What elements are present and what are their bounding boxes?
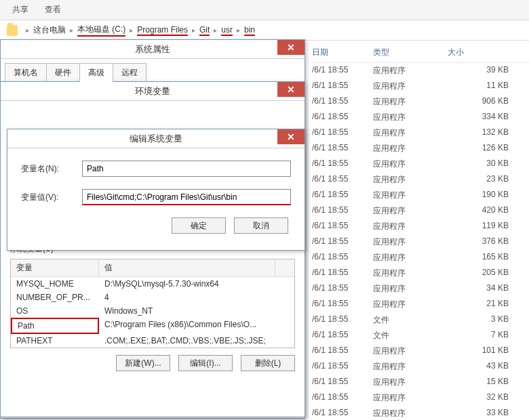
cancel-button[interactable]: 取消 bbox=[234, 217, 288, 234]
crumb-disk[interactable]: 本地磁盘 (C:) bbox=[77, 24, 125, 37]
chevron-right-icon: ▸ bbox=[67, 26, 76, 34]
file-row[interactable]: /6/1 18:55应用程序132 KB bbox=[312, 125, 529, 141]
var-name-label: 变量名(N): bbox=[21, 163, 82, 175]
var-value-input[interactable] bbox=[82, 189, 291, 205]
file-row[interactable]: /6/1 18:55应用程序34 KB bbox=[312, 281, 529, 297]
system-variables-table[interactable]: 变量 值 MYSQL_HOMED:\MySQL\mysql-5.7.30-win… bbox=[10, 259, 295, 348]
file-row[interactable]: /6/1 18:55应用程序21 KB bbox=[312, 297, 529, 312]
file-row[interactable]: /6/1 18:55应用程序165 KB bbox=[312, 250, 529, 266]
file-row[interactable]: /6/1 18:55应用程序33 KB bbox=[312, 406, 529, 420]
file-row[interactable]: /6/1 18:55应用程序334 KB bbox=[312, 110, 529, 125]
file-row[interactable]: /6/1 18:55应用程序39 KB bbox=[312, 63, 529, 79]
chevron-right-icon: ▸ bbox=[211, 26, 220, 34]
envvars-title: 环境变量 bbox=[135, 85, 170, 98]
file-row[interactable]: /6/1 18:55应用程序420 KB bbox=[312, 203, 529, 219]
close-icon[interactable]: ✕ bbox=[277, 82, 305, 97]
file-row[interactable]: /6/1 18:55文件7 KB bbox=[312, 328, 529, 343]
file-row[interactable]: /6/1 18:55应用程序43 KB bbox=[312, 359, 529, 375]
col-var-name[interactable]: 变量 bbox=[11, 259, 99, 276]
edit-system-variable-dialog: 编辑系统变量 ✕ 变量名(N): 变量值(V): 确定 取消 bbox=[7, 129, 305, 251]
ribbon-share[interactable]: 共享 bbox=[12, 4, 28, 16]
file-row[interactable]: /6/1 18:55应用程序190 KB bbox=[312, 188, 529, 203]
file-row[interactable]: /6/1 18:55应用程序23 KB bbox=[312, 172, 529, 188]
sysprops-title: 系统属性 bbox=[135, 43, 170, 56]
crumb-programfiles[interactable]: Program Files bbox=[137, 25, 188, 36]
table-row[interactable]: PathC:\Program Files (x86)\Common Files\… bbox=[11, 318, 294, 334]
new-button[interactable]: 新建(W)... bbox=[116, 355, 170, 371]
envvars-buttons: 新建(W)... 编辑(I)... 删除(L) bbox=[10, 355, 295, 371]
table-row[interactable]: MYSQL_HOMED:\MySQL\mysql-5.7.30-winx64 bbox=[11, 277, 294, 291]
col-size[interactable]: 大小 bbox=[448, 47, 522, 58]
tab-computername[interactable]: 算机名 bbox=[5, 63, 47, 82]
crumb-computer[interactable]: 这台电脑 bbox=[33, 24, 66, 36]
editvar-titlebar[interactable]: 编辑系统变量 ✕ bbox=[7, 129, 305, 148]
file-row[interactable]: /6/1 18:55文件3 KB bbox=[312, 312, 529, 328]
envvars-titlebar[interactable]: 环境变量 ✕ bbox=[1, 82, 305, 101]
file-row[interactable]: /6/1 18:55应用程序376 KB bbox=[312, 234, 529, 250]
table-row[interactable]: OSWindows_NT bbox=[11, 304, 294, 318]
vartable-header: 变量 值 bbox=[11, 259, 294, 277]
file-row[interactable]: /6/1 18:55应用程序11 KB bbox=[312, 79, 529, 94]
editvar-title: 编辑系统变量 bbox=[130, 133, 182, 145]
col-type[interactable]: 类型 bbox=[373, 47, 448, 58]
ok-button[interactable]: 确定 bbox=[172, 217, 226, 234]
close-icon[interactable]: ✕ bbox=[277, 40, 305, 55]
sysprops-titlebar[interactable]: 系统属性 ✕ bbox=[1, 40, 305, 59]
table-row[interactable]: PATHEXT.COM;.EXE;.BAT;.CMD;.VBS;.VBE;.JS… bbox=[11, 334, 294, 348]
tab-remote[interactable]: 远程 bbox=[113, 63, 146, 82]
table-row[interactable]: NUMBER_OF_PR...4 bbox=[11, 291, 294, 304]
delete-button[interactable]: 删除(L) bbox=[241, 355, 295, 371]
tab-advanced[interactable]: 高级 bbox=[79, 63, 113, 82]
file-list-header: 日期 类型 大小 bbox=[312, 44, 529, 63]
ribbon-toolbar: 共享 查看 bbox=[0, 0, 529, 20]
chevron-right-icon: ▸ bbox=[127, 26, 136, 34]
chevron-right-icon: ▸ bbox=[189, 26, 198, 34]
crumb-usr[interactable]: usr bbox=[221, 25, 233, 36]
file-row[interactable]: /6/1 18:55应用程序906 KB bbox=[312, 94, 529, 110]
var-name-input[interactable] bbox=[82, 161, 291, 177]
var-value-label: 变量值(V): bbox=[21, 192, 82, 203]
chevron-right-icon: ▸ bbox=[23, 26, 32, 34]
file-list: 日期 类型 大小 /6/1 18:55应用程序39 KB/6/1 18:55应用… bbox=[312, 44, 529, 420]
crumb-git[interactable]: Git bbox=[199, 25, 210, 36]
col-date[interactable]: 日期 bbox=[312, 47, 373, 58]
close-icon[interactable]: ✕ bbox=[277, 129, 305, 144]
file-row[interactable]: /6/1 18:55应用程序119 KB bbox=[312, 219, 529, 234]
file-row[interactable]: /6/1 18:55应用程序101 KB bbox=[312, 343, 529, 359]
breadcrumb[interactable]: ▸ 这台电脑 ▸ 本地磁盘 (C:) ▸ Program Files ▸ Git… bbox=[0, 20, 529, 41]
sysprops-tabs: 算机名 硬件 高级 远程 bbox=[1, 59, 305, 82]
file-row[interactable]: /6/1 18:55应用程序32 KB bbox=[312, 390, 529, 406]
crumb-bin[interactable]: bin bbox=[244, 25, 255, 36]
folder-icon bbox=[7, 25, 18, 36]
tab-hardware[interactable]: 硬件 bbox=[46, 63, 80, 82]
file-row[interactable]: /6/1 18:55应用程序30 KB bbox=[312, 156, 529, 172]
chevron-right-icon: ▸ bbox=[234, 26, 243, 34]
file-row[interactable]: /6/1 18:55应用程序15 KB bbox=[312, 375, 529, 390]
file-row[interactable]: /6/1 18:55应用程序126 KB bbox=[312, 141, 529, 156]
file-row[interactable]: /6/1 18:55应用程序205 KB bbox=[312, 266, 529, 281]
edit-button[interactable]: 编辑(I)... bbox=[178, 355, 233, 371]
ribbon-view[interactable]: 查看 bbox=[45, 4, 61, 16]
col-var-value[interactable]: 值 bbox=[99, 259, 275, 276]
